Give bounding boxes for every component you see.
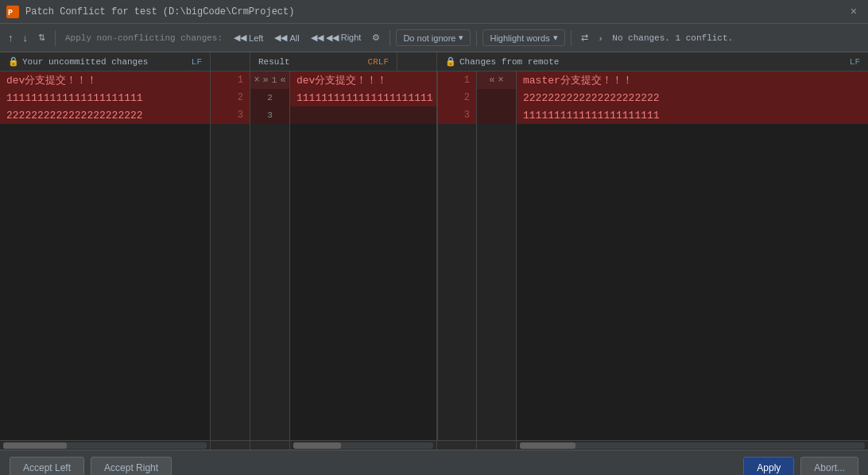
highlight-dropdown-arrow-icon: ▾ (553, 33, 558, 43)
prev-conflict-button[interactable]: ↑ (5, 30, 17, 45)
chevron-left-icon: ◀◀ (234, 33, 246, 43)
left-gutter-scroll (211, 441, 250, 450)
apply-non-conflicting-label: Apply non-conflicting changes: (61, 32, 227, 44)
left-gutter: 1 2 3 (211, 71, 250, 440)
left-line-3: 2222222222222222222222 (0, 106, 210, 124)
divider-2 (389, 30, 390, 46)
center-crlf-badge: CRLF (368, 57, 389, 67)
center-ctrl-scroll (250, 441, 290, 450)
main-area: dev分支提交！！！ 1111111111111111111111 222222… (0, 71, 868, 440)
right-line-1: master分支提交！！！ (517, 71, 868, 89)
right-gutter: 1 2 3 (437, 71, 477, 440)
left-gutter-header (211, 52, 250, 71)
center-panel-header: Result CRLF (250, 52, 397, 71)
dropdown-arrow-icon: ▾ (459, 33, 463, 43)
center-gutter: × » 1 « 2 3 (250, 71, 290, 440)
right-line-3: 1111111111111111111111 (517, 106, 868, 124)
close-ctrl-icon[interactable]: × (253, 75, 260, 86)
columns-header: 🔒 Your uncommitted changes LF Result CRL… (0, 52, 868, 71)
scrollbar-row (0, 440, 868, 450)
all-label: All (289, 33, 299, 43)
right-gutter-line-3: 3 (438, 106, 476, 124)
right-ctrl-line-2 (477, 89, 516, 106)
abort-button[interactable]: Abort... (800, 457, 858, 476)
chevron-right-ctrl-icon[interactable]: » (262, 75, 269, 86)
left-lf-badge: LF (192, 57, 202, 67)
arrow-right-icon: › (599, 33, 603, 43)
center-ctrl-line-1: × » 1 « (250, 71, 289, 89)
title-bar: P Patch Conflict for test (D:\bigCode\Cr… (0, 0, 868, 24)
apply-left-button[interactable]: ◀◀ Left (230, 31, 267, 44)
close-button[interactable]: × (846, 4, 862, 20)
right-gutter-scroll (437, 441, 477, 450)
apply-all-button[interactable]: ◀◀ All (270, 31, 303, 44)
sync-icon: ⇄ (581, 33, 588, 43)
right-line-2: 2222222222222222222222 (517, 89, 868, 106)
left-gutter-line-1: 1 (211, 71, 250, 89)
right-gutter-line-2: 2 (438, 89, 476, 106)
center-num-1: 1 (271, 75, 278, 85)
accept-right-button[interactable]: Accept Right (91, 457, 172, 476)
lock-icon: 🔒 (8, 56, 19, 67)
left-scrollbar[interactable] (0, 441, 211, 450)
next-conflict-button[interactable]: ↓ (20, 30, 32, 45)
center-ctrl-line-2: 2 (250, 89, 289, 106)
chevron-left-ctrl-icon[interactable]: « (279, 75, 286, 86)
chevron-all-icon: ◀◀ (274, 33, 287, 43)
accept-left-button[interactable]: Accept Left (10, 457, 84, 476)
center-scrollbar[interactable] (290, 441, 437, 450)
left-gutter-line-2: 2 (211, 89, 250, 106)
left-gutter-line-3: 3 (211, 106, 250, 124)
magic-button[interactable]: ⇅ (34, 31, 49, 44)
right-ctrl-line-3 (477, 106, 516, 124)
left-panel-header: 🔒 Your uncommitted changes LF (0, 52, 211, 71)
apply-button[interactable]: Apply (743, 457, 794, 476)
highlight-dropdown[interactable]: Highlight words ▾ (482, 29, 564, 46)
app-icon: P (6, 6, 19, 18)
next-arrow-button[interactable]: › (595, 32, 606, 44)
window-title: Patch Conflict for test (D:\bigCode\CrmP… (25, 6, 846, 17)
right-chevron-left-icon[interactable]: « (488, 75, 495, 86)
center-ctrl-line-3: 3 (250, 106, 289, 124)
divider-4 (571, 30, 572, 46)
right-scrollbar[interactable] (517, 441, 868, 450)
center-line-3-empty (290, 106, 436, 124)
divider-1 (55, 30, 56, 46)
magic-icon: ⇅ (38, 33, 45, 43)
ignore-dropdown[interactable]: Do not ignore ▾ (396, 29, 471, 46)
lock-right-icon: 🔒 (445, 56, 456, 67)
toolbar: ↑ ↓ ⇅ Apply non-conflicting changes: ◀◀ … (0, 24, 868, 52)
svg-text:P: P (8, 9, 13, 17)
bottom-bar: Accept Left Accept Right Apply Abort... (0, 450, 868, 475)
right-lf-badge: LF (850, 57, 860, 67)
left-panel: dev分支提交！！！ 1111111111111111111111 222222… (0, 71, 211, 440)
right-ctrl-gutter: « × (477, 71, 517, 440)
right-panel: master分支提交！！！ 2222222222222222222222 111… (517, 71, 868, 440)
center-num-2: 2 (267, 93, 273, 102)
right-ctrl-scroll (477, 441, 517, 450)
center-panel: dev分支提交！！！ 1111111111111111111111 (290, 71, 437, 440)
chevron-right-icon: ◀◀ (311, 33, 324, 43)
center-line-1: dev分支提交！！！ (290, 71, 436, 89)
settings-button[interactable]: ⚙ (368, 31, 384, 44)
left-line-1: dev分支提交！！！ (0, 71, 210, 89)
right-close-icon[interactable]: × (498, 75, 505, 86)
conflict-status: No changes. 1 conflict. (612, 33, 733, 43)
right-ctrl-line-1: « × (477, 71, 516, 89)
gear-icon: ⚙ (372, 33, 380, 43)
center-line-2: 1111111111111111111111 (290, 89, 436, 106)
right-gutter-line-1: 1 (438, 71, 476, 89)
center-num-3: 3 (267, 110, 273, 120)
left-label: Left (249, 33, 263, 43)
apply-right-button[interactable]: ◀◀ ◀◀ Right (307, 31, 366, 44)
right-gutter-header (397, 52, 437, 71)
divider-3 (476, 30, 477, 46)
left-line-2: 1111111111111111111111 (0, 89, 210, 106)
right-panel-header: 🔒 Changes from remote LF (437, 52, 868, 71)
sync-button[interactable]: ⇄ (577, 31, 592, 44)
